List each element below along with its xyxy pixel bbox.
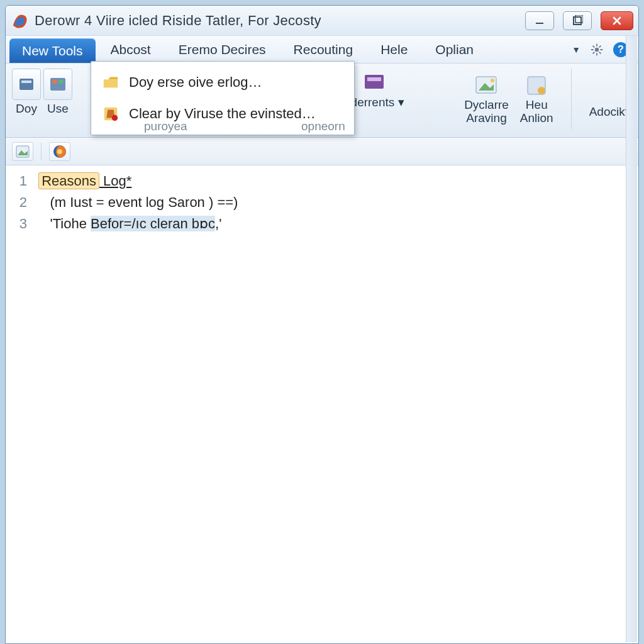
- line-number: 1: [6, 170, 27, 192]
- image-icon: [472, 72, 501, 99]
- ribbon-group-label-puroyea: puroyea: [144, 119, 187, 133]
- code-line[interactable]: Reasons Log*: [35, 170, 638, 192]
- menu-tab-eremo[interactable]: Eremo Decires: [165, 36, 280, 63]
- code-line[interactable]: 'Tiohe Befor=/ıc cleran bɒc,': [35, 213, 638, 235]
- vertical-scrollbar[interactable]: [626, 36, 637, 642]
- close-button[interactable]: [601, 11, 633, 30]
- svg-rect-17: [104, 79, 118, 87]
- svg-rect-0: [536, 23, 543, 24]
- line-gutter: 1 2 3: [6, 170, 35, 643]
- minimize-button[interactable]: [525, 11, 554, 30]
- toolbar-separator: [41, 143, 42, 160]
- selected-text: Befor=/ıc cleran bɒc: [91, 216, 215, 231]
- code-lines[interactable]: Reasons Log* (m Iust = event log Saron )…: [35, 170, 638, 643]
- svg-rect-15: [52, 80, 57, 84]
- svg-rect-22: [367, 77, 381, 81]
- code-line[interactable]: (m Iust = event log Saron ) ==): [35, 192, 638, 213]
- ribbon-btn-heu[interactable]: HeuAnlion: [520, 72, 553, 125]
- toolbar-btn-image[interactable]: [12, 142, 33, 161]
- svg-point-27: [538, 87, 545, 94]
- ribbon-btn-use[interactable]: Use: [43, 69, 72, 116]
- svg-rect-13: [21, 80, 31, 83]
- ribbon-btn-adocikt[interactable]: Adocikt: [589, 79, 628, 119]
- line-number: 3: [6, 213, 27, 235]
- svg-line-11: [599, 45, 601, 47]
- code-editor[interactable]: 1 2 3 Reasons Log* (m Iust = event log S…: [6, 165, 638, 643]
- svg-point-20: [112, 115, 118, 121]
- clear-icon: [101, 104, 120, 123]
- svg-rect-2: [575, 15, 583, 23]
- ribbon-separator: [571, 69, 572, 129]
- doy-icon: [12, 69, 41, 100]
- app-window: Derowr 4 Viire icled Riside Tatler, For …: [5, 5, 639, 644]
- menu-tab-recouting[interactable]: Recouting: [280, 36, 367, 63]
- window-title: Derowr 4 Viire icled Riside Tatler, For …: [35, 13, 321, 29]
- menu-tab-hele[interactable]: Hele: [367, 36, 421, 63]
- menu-tab-oplian[interactable]: Oplian: [421, 36, 487, 63]
- menu-tab-new-tools[interactable]: New Tools: [9, 38, 96, 63]
- gear-icon[interactable]: [589, 42, 604, 57]
- maximize-button[interactable]: [563, 11, 592, 30]
- nderrents-icon: [360, 69, 389, 95]
- svg-line-10: [593, 52, 595, 53]
- ribbon-btn-doy[interactable]: Doy: [12, 69, 41, 116]
- dropdown-item-label: Doy erse oive erlog…: [129, 74, 262, 91]
- svg-marker-18: [104, 77, 118, 80]
- toolbar-btn-firefox[interactable]: [49, 142, 70, 161]
- code-text: Log*: [99, 173, 131, 189]
- secondary-toolbar: [6, 138, 638, 165]
- svg-point-25: [491, 79, 494, 82]
- ribbon-btn-dyclarre[interactable]: DyclarreAraving: [464, 72, 509, 125]
- menu-tab-abcost[interactable]: Abcost: [97, 36, 165, 63]
- menubar: New Tools Abcost Eremo Decires Recouting…: [6, 36, 638, 64]
- app-icon: [11, 11, 30, 30]
- svg-line-9: [599, 52, 601, 53]
- titlebar: Derowr 4 Viire icled Riside Tatler, For …: [6, 6, 638, 36]
- svg-rect-16: [58, 80, 64, 84]
- highlighted-token: Reasons: [38, 172, 99, 189]
- dropdown-item-erlog[interactable]: Doy erse oive erlog…: [91, 67, 354, 98]
- svg-rect-1: [574, 17, 581, 25]
- ribbon: Doy Use Doy erse oive erlog… Clear by Vi…: [6, 64, 638, 138]
- svg-rect-12: [19, 79, 33, 90]
- ribbon-right: DyclarreAraving HeuAnlion Adocikt: [464, 69, 632, 129]
- svg-point-31: [57, 149, 62, 154]
- folder-icon: [101, 73, 120, 92]
- use-icon: [43, 69, 72, 100]
- window-buttons: [525, 11, 633, 30]
- svg-line-8: [593, 45, 595, 47]
- svg-rect-21: [365, 75, 384, 89]
- line-number: 2: [6, 192, 27, 213]
- svg-point-3: [595, 47, 599, 51]
- ribbon-group-label-opneorn: opneorn: [301, 119, 345, 133]
- disk-icon: [522, 72, 551, 99]
- menu-overflow-icon[interactable]: ▼: [572, 45, 580, 55]
